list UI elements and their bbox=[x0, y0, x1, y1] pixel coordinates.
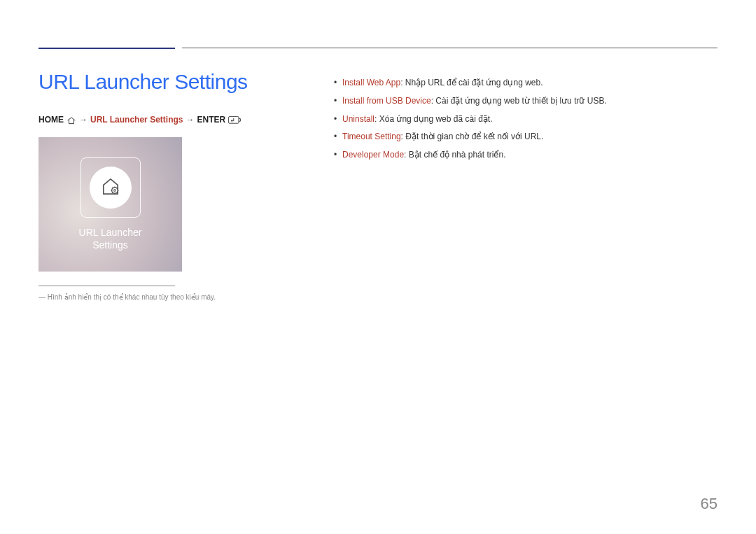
home-gear-icon bbox=[99, 174, 122, 201]
option-name: Install Web App bbox=[342, 78, 400, 87]
option-name: Uninstall bbox=[342, 114, 374, 124]
list-item: Install from USB Device: Cài đặt ứng dụn… bbox=[332, 95, 718, 107]
thin-rule bbox=[182, 48, 718, 48]
left-column: URL Launcher Settings HOME → URL Launche… bbox=[38, 70, 312, 301]
list-item: Install Web App: Nhập URL để cài đặt ứng… bbox=[332, 77, 718, 89]
card-icon-frame bbox=[80, 157, 141, 218]
option-name: Timeout Setting bbox=[342, 132, 401, 141]
card-label: URL Launcher Settings bbox=[79, 226, 142, 251]
option-name: Developer Mode bbox=[342, 150, 404, 160]
list-item: Developer Mode: Bật chế độ nhà phát triể… bbox=[332, 149, 718, 161]
option-desc: : Cài đặt ứng dụng web từ thiết bị lưu t… bbox=[431, 96, 607, 106]
footnote: ― Hình ảnh hiển thị có thể khác nhau tùy… bbox=[38, 293, 312, 301]
svg-line-8 bbox=[116, 192, 117, 193]
option-desc: : Đặt thời gian chờ để kết nối với URL. bbox=[401, 132, 544, 141]
option-desc: : Nhập URL để cài đặt ứng dụng web. bbox=[400, 78, 542, 87]
content-columns: URL Launcher Settings HOME → URL Launche… bbox=[38, 70, 718, 301]
card-label-line2: Settings bbox=[79, 239, 142, 251]
card-icon-circle bbox=[90, 167, 132, 209]
option-desc: : Bật chế độ nhà phát triển. bbox=[404, 150, 505, 160]
feature-card: URL Launcher Settings bbox=[38, 137, 182, 272]
option-name: Install from USB Device bbox=[342, 96, 431, 106]
breadcrumb-enter: ENTER bbox=[197, 115, 225, 125]
list-item: Timeout Setting: Đặt thời gian chờ để kế… bbox=[332, 131, 718, 143]
svg-line-10 bbox=[116, 188, 117, 188]
document-page: URL Launcher Settings HOME → URL Launche… bbox=[0, 0, 756, 534]
breadcrumb-arrow-2: → bbox=[186, 115, 194, 125]
page-number: 65 bbox=[701, 495, 718, 513]
footnote-separator bbox=[38, 286, 175, 286]
breadcrumb-arrow-1: → bbox=[79, 115, 88, 125]
option-desc: : Xóa ứng dụng web đã cài đặt. bbox=[374, 114, 492, 124]
right-column: Install Web App: Nhập URL để cài đặt ứng… bbox=[332, 70, 718, 301]
svg-line-9 bbox=[112, 192, 113, 193]
home-icon bbox=[66, 115, 76, 125]
svg-line-7 bbox=[112, 188, 113, 188]
page-title: URL Launcher Settings bbox=[38, 70, 312, 94]
breadcrumb-home: HOME bbox=[38, 115, 64, 125]
breadcrumb-path: URL Launcher Settings bbox=[90, 115, 183, 125]
accent-bar bbox=[38, 48, 175, 49]
breadcrumb: HOME → URL Launcher Settings → ENTER bbox=[38, 115, 312, 125]
list-item: Uninstall: Xóa ứng dụng web đã cài đặt. bbox=[332, 113, 718, 125]
card-label-line1: URL Launcher bbox=[79, 226, 142, 239]
top-rule bbox=[38, 42, 718, 49]
enter-icon bbox=[228, 115, 241, 125]
options-list: Install Web App: Nhập URL để cài đặt ứng… bbox=[332, 77, 718, 161]
